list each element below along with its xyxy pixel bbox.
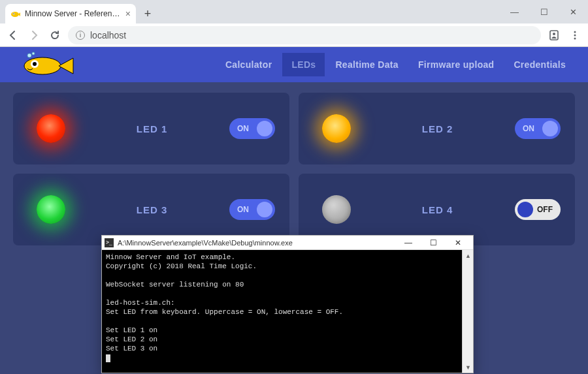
led-indicator-1: [27, 105, 74, 152]
svg-point-11: [27, 54, 31, 57]
app-topbar: Calculator LEDs Realtime Data Firmware u…: [0, 47, 588, 82]
led-indicator-4: [313, 186, 360, 233]
window-maximize-button[interactable]: ☐: [529, 0, 559, 23]
toggle-label: ON: [523, 124, 534, 133]
svg-point-8: [24, 57, 61, 74]
nav-credentials[interactable]: Credentials: [504, 53, 575, 76]
terminal-maximize-button[interactable]: ☐: [421, 238, 446, 247]
terminal-close-button[interactable]: ✕: [446, 238, 470, 247]
svg-point-2: [13, 13, 14, 14]
app-logo: [13, 52, 91, 78]
nav-leds[interactable]: LEDs: [282, 53, 325, 76]
terminal-titlebar[interactable]: >_ A:\MinnowServer\example\VcMake\Debug\…: [102, 236, 473, 250]
svg-point-7: [574, 37, 576, 39]
svg-point-6: [574, 34, 576, 36]
svg-point-0: [11, 12, 19, 17]
url-text: localhost: [90, 30, 126, 40]
account-icon[interactable]: [546, 27, 562, 43]
forward-button[interactable]: [26, 27, 42, 43]
address-bar[interactable]: i localhost: [68, 26, 541, 44]
reload-button[interactable]: [47, 27, 63, 43]
led-label: LED 3: [81, 204, 223, 215]
toggle-knob: [257, 121, 272, 136]
browser-tab-strip: Minnow Server - Reference Platf × + — ☐ …: [0, 0, 588, 23]
led-label: LED 2: [367, 123, 508, 134]
close-tab-icon[interactable]: ×: [125, 8, 131, 19]
window-close-button[interactable]: ✕: [559, 0, 588, 23]
toggle-knob: [517, 202, 533, 217]
svg-point-4: [553, 33, 555, 35]
menu-icon[interactable]: [567, 27, 583, 43]
led-toggle-4[interactable]: OFF: [515, 199, 561, 220]
terminal-app-icon: >_: [105, 238, 114, 247]
led-label: LED 1: [81, 123, 223, 134]
window-controls: — ☐ ✕: [500, 0, 588, 23]
led-bulb-icon: [37, 195, 65, 224]
led-toggle-3[interactable]: ON: [229, 199, 275, 220]
tab-favicon: [10, 8, 21, 19]
terminal-scrollbar[interactable]: ▲ ▼: [462, 250, 473, 373]
led-bulb-icon: [37, 114, 65, 143]
terminal-output[interactable]: Minnow Server and IoT example. Copyright…: [102, 250, 462, 373]
svg-point-12: [32, 52, 35, 55]
nav-calculator[interactable]: Calculator: [216, 53, 281, 76]
led-toggle-2[interactable]: ON: [515, 118, 561, 139]
back-button[interactable]: [5, 27, 21, 43]
site-info-icon[interactable]: i: [76, 31, 85, 40]
scroll-up-icon[interactable]: ▲: [463, 250, 474, 261]
led-grid: LED 1 ON LED 2 ON LED 3 ON LED 4: [0, 82, 588, 256]
led-indicator-2: [313, 105, 360, 152]
toggle-knob: [542, 121, 558, 136]
led-bulb-icon: [322, 114, 351, 143]
led-indicator-3: [27, 186, 74, 233]
toggle-knob: [257, 202, 272, 217]
terminal-title: A:\MinnowServer\example\VcMake\Debug\min…: [118, 239, 396, 247]
nav-firmware-upload[interactable]: Firmware upload: [409, 53, 504, 76]
led-card-2: LED 2 ON: [299, 93, 575, 164]
terminal-body-wrap: Minnow Server and IoT example. Copyright…: [102, 250, 473, 373]
svg-point-5: [574, 31, 576, 33]
led-card-1: LED 1 ON: [13, 93, 289, 164]
browser-toolbar: i localhost: [0, 23, 588, 47]
tab-title: Minnow Server - Reference Platf: [25, 9, 122, 18]
led-label: LED 4: [367, 204, 508, 215]
toggle-label: ON: [237, 205, 249, 214]
window-minimize-button[interactable]: —: [500, 0, 529, 23]
new-tab-button[interactable]: +: [139, 5, 157, 23]
toggle-label: OFF: [537, 205, 553, 214]
nav-realtime-data[interactable]: Realtime Data: [326, 53, 408, 76]
scroll-down-icon[interactable]: ▼: [463, 362, 474, 373]
terminal-cursor: [106, 354, 110, 362]
terminal-window[interactable]: >_ A:\MinnowServer\example\VcMake\Debug\…: [101, 235, 474, 373]
svg-point-10: [33, 62, 37, 66]
led-toggle-1[interactable]: ON: [229, 118, 275, 139]
terminal-minimize-button[interactable]: —: [396, 238, 421, 247]
toggle-label: ON: [237, 124, 249, 133]
led-bulb-icon: [322, 195, 351, 224]
browser-tab[interactable]: Minnow Server - Reference Platf ×: [5, 4, 136, 23]
nav-menu: Calculator LEDs Realtime Data Firmware u…: [216, 53, 575, 76]
